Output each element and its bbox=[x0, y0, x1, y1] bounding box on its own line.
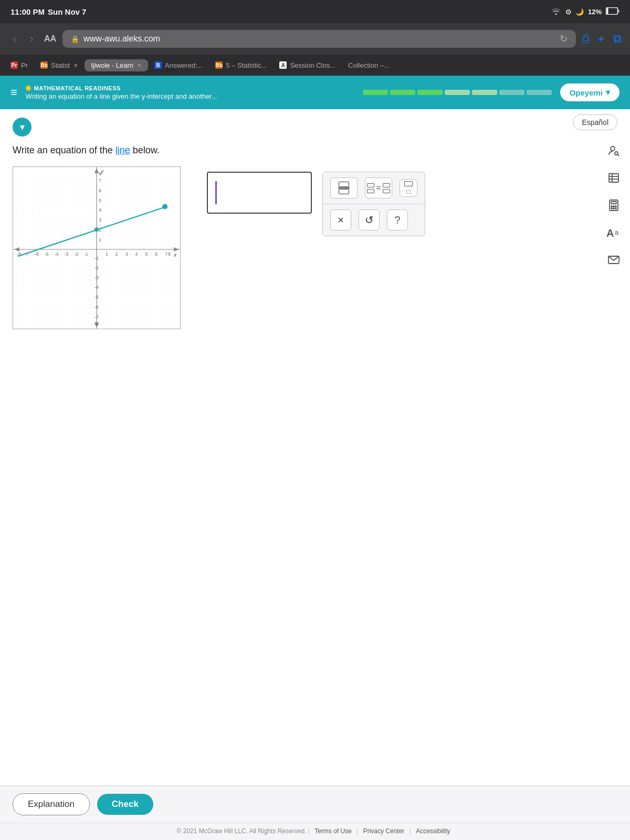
svg-text:-1: -1 bbox=[84, 251, 88, 257]
svg-text:-1: -1 bbox=[94, 256, 99, 261]
explanation-button[interactable]: Explanation bbox=[13, 793, 90, 815]
tab-statist[interactable]: Bb Statist ✕ bbox=[34, 59, 85, 71]
svg-point-47 bbox=[94, 227, 99, 232]
accessibility-link[interactable]: Accessibility bbox=[416, 827, 450, 835]
svg-text:5: 5 bbox=[145, 251, 148, 257]
back-button[interactable]: ‹ bbox=[8, 29, 21, 48]
tab-collection[interactable]: Collection –... bbox=[342, 59, 396, 71]
yellow-dot bbox=[26, 86, 31, 91]
envelope-button[interactable] bbox=[604, 250, 624, 270]
espanol-button[interactable]: Español bbox=[573, 114, 617, 130]
clear-button[interactable]: × bbox=[330, 209, 351, 230]
collapse-button[interactable]: ▾ bbox=[13, 118, 32, 136]
math-keyboard: = □ bbox=[322, 172, 425, 236]
tab-label-pr: Pr bbox=[21, 61, 28, 69]
browser-chrome: ‹ › AA 🔒 www-awu.aleks.com ↻ ⎙ + ⧉ bbox=[0, 23, 630, 55]
svg-text:5: 5 bbox=[99, 198, 101, 203]
svg-rect-56 bbox=[611, 202, 616, 204]
tab-label-session: Session Clos... bbox=[290, 61, 335, 69]
svg-text:-7: -7 bbox=[94, 314, 99, 320]
square-button[interactable]: □ bbox=[400, 179, 417, 197]
svg-text:7: 7 bbox=[165, 251, 167, 257]
svg-text:-6: -6 bbox=[94, 304, 99, 310]
keyboard-bottom-row: × ↺ ? bbox=[323, 204, 425, 236]
svg-text:-5: -5 bbox=[45, 251, 49, 257]
url-text: www-awu.aleks.com bbox=[83, 34, 160, 44]
check-button[interactable]: Check bbox=[97, 794, 153, 815]
progress-bar bbox=[363, 90, 552, 95]
svg-point-58 bbox=[613, 206, 614, 207]
svg-text:-3: -3 bbox=[64, 251, 68, 257]
copyright-text: © 2021 McGraw Hill LLC. All Rights Reser… bbox=[176, 827, 306, 835]
header-subtitle: Writing an equation of a line given the … bbox=[26, 92, 354, 100]
line-link[interactable]: line bbox=[116, 145, 130, 155]
privacy-link[interactable]: Privacy Center bbox=[363, 827, 405, 835]
new-tab-button[interactable]: + bbox=[597, 32, 605, 46]
lock-icon: 🔒 bbox=[71, 35, 79, 43]
terms-link[interactable]: Terms of Use bbox=[314, 827, 352, 835]
svg-text:1: 1 bbox=[99, 237, 101, 243]
time: 11:00 PM bbox=[10, 7, 45, 16]
right-sidebar: A a bbox=[604, 141, 624, 270]
status-bar: 11:00 PM Sun Nov 7 ⊙ 🌙 12% bbox=[0, 0, 630, 23]
svg-rect-51 bbox=[609, 174, 618, 182]
forward-button[interactable]: › bbox=[25, 29, 38, 48]
tab-stat5[interactable]: Bb 5 – Statistic... bbox=[209, 59, 273, 71]
tab-favicon-bb2: B bbox=[154, 61, 162, 69]
svg-text:6: 6 bbox=[99, 188, 101, 193]
progress-seg-1 bbox=[363, 90, 388, 95]
reader-mode-button[interactable]: AA bbox=[44, 34, 56, 44]
tab-favicon-bb1: Bb bbox=[40, 61, 48, 69]
svg-point-57 bbox=[611, 206, 612, 207]
tab-ijiwole[interactable]: Ijiwole - Learn ✕ bbox=[85, 59, 148, 71]
progress-seg-6 bbox=[499, 90, 524, 95]
equals-button[interactable]: = bbox=[365, 177, 392, 198]
calculator-button[interactable] bbox=[604, 195, 624, 215]
tab-pr[interactable]: Pr Pr bbox=[4, 59, 34, 71]
wifi-icon bbox=[551, 7, 561, 16]
svg-text:8: 8 bbox=[168, 251, 171, 257]
svg-text:-8: -8 bbox=[94, 321, 99, 327]
tab-favicon-pr: Pr bbox=[10, 61, 18, 69]
answer-input-box[interactable] bbox=[207, 172, 312, 214]
person-search-button[interactable] bbox=[604, 141, 624, 161]
tabs-button[interactable]: ⧉ bbox=[613, 32, 622, 46]
undo-button[interactable]: ↺ bbox=[359, 209, 380, 230]
svg-point-48 bbox=[611, 146, 615, 151]
svg-text:-2: -2 bbox=[94, 265, 99, 270]
reload-icon[interactable]: ↻ bbox=[560, 33, 568, 45]
tab-favicon-session: A bbox=[279, 61, 287, 69]
user-menu-button[interactable]: Opeyemi ▾ bbox=[560, 83, 620, 101]
tab-close-ijiwole[interactable]: ✕ bbox=[136, 62, 142, 69]
help-button[interactable]: ? bbox=[387, 209, 408, 230]
svg-text:7: 7 bbox=[99, 178, 101, 183]
tab-label-ijiwole: Ijiwole - Learn bbox=[91, 61, 133, 69]
svg-text:4: 4 bbox=[135, 251, 138, 257]
svg-text:3: 3 bbox=[99, 217, 101, 223]
text-size-button[interactable]: A a bbox=[604, 223, 624, 243]
graph: y x 1 2 3 4 5 6 7 8 -1 -2 -3 -4 -5 -6 -7… bbox=[13, 166, 181, 329]
hamburger-button[interactable]: ≡ bbox=[10, 86, 17, 99]
svg-text:-3: -3 bbox=[94, 275, 99, 280]
svg-point-61 bbox=[613, 208, 614, 209]
question-text: Write an equation of the line below. bbox=[13, 145, 617, 156]
svg-point-59 bbox=[615, 206, 616, 207]
username-label: Opeyemi bbox=[570, 88, 603, 97]
tab-label-statist: Statist bbox=[51, 61, 70, 69]
svg-text:-4: -4 bbox=[55, 251, 59, 257]
svg-point-46 bbox=[162, 204, 167, 209]
footer-actions: Explanation Check bbox=[0, 786, 630, 823]
tab-answered[interactable]: B Answered:... bbox=[148, 59, 209, 71]
address-bar[interactable]: 🔒 www-awu.aleks.com ↻ bbox=[62, 30, 576, 48]
fraction-button[interactable] bbox=[330, 177, 358, 198]
tab-close-statist[interactable]: ✕ bbox=[73, 62, 78, 69]
table-button[interactable] bbox=[604, 168, 624, 188]
svg-text:x: x bbox=[173, 251, 177, 258]
svg-text:2: 2 bbox=[116, 251, 118, 257]
header-category: MATHEMATICAL READINESS bbox=[26, 85, 354, 91]
svg-text:-2: -2 bbox=[74, 251, 78, 257]
share-button[interactable]: ⎙ bbox=[582, 32, 589, 46]
browser-nav[interactable]: ‹ › bbox=[8, 29, 38, 48]
progress-seg-5 bbox=[472, 90, 497, 95]
tab-session[interactable]: A Session Clos... bbox=[273, 59, 342, 71]
